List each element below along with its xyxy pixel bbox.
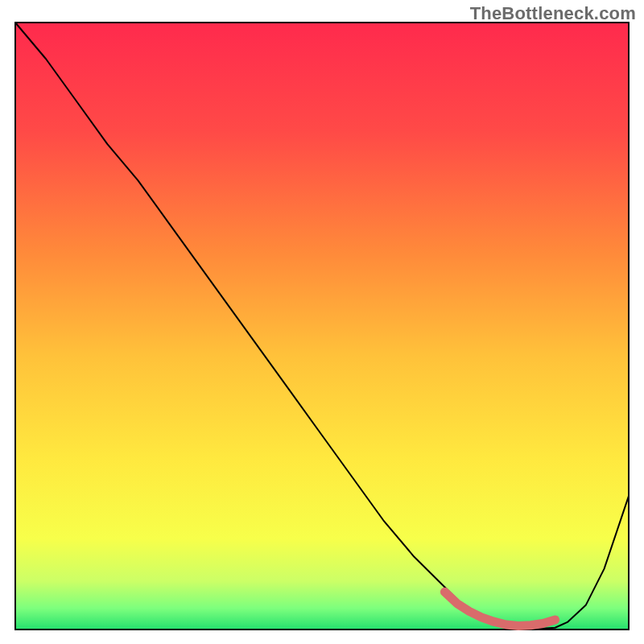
chart-background <box>15 23 629 630</box>
watermark-text: TheBottleneck.com <box>470 3 636 24</box>
chart-svg <box>0 0 644 644</box>
chart-container: TheBottleneck.com <box>0 0 644 644</box>
